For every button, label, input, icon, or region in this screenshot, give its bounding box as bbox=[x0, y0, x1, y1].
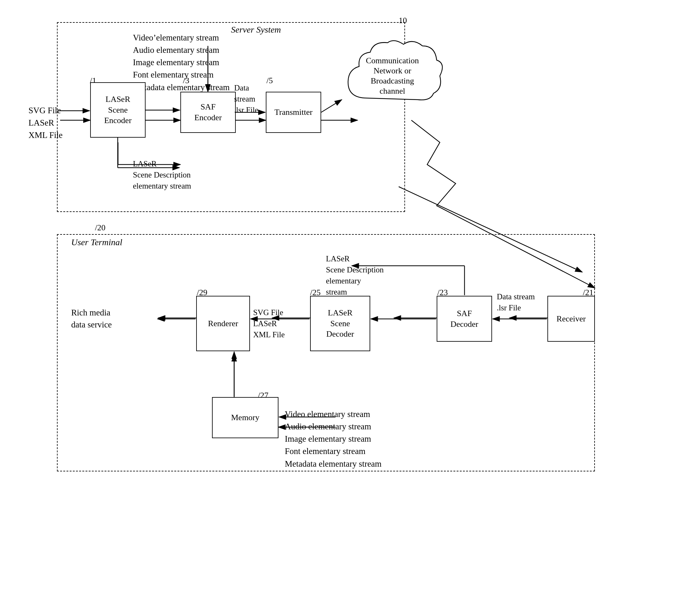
svg-text:channel: channel bbox=[380, 86, 405, 95]
svg-text:Communication: Communication bbox=[366, 56, 419, 65]
svg-text:Network or: Network or bbox=[373, 66, 411, 75]
saf-encoder-block: SAFEncoder bbox=[180, 92, 236, 133]
svg-text:Broadcasting: Broadcasting bbox=[371, 76, 414, 85]
data-stream-top-label: Datastream.lsr File bbox=[234, 82, 258, 116]
data-stream-bottom-label: Data stream.lsr File bbox=[497, 291, 535, 313]
cloud-container: Communication Network or Broadcasting ch… bbox=[342, 35, 443, 125]
server-streams-label: Video’elementary stream Audio elementary… bbox=[133, 32, 230, 94]
laser-scene-decoder-block: LASeRSceneDecoder bbox=[310, 296, 370, 351]
input-label: SVG FileLASeRXML File bbox=[28, 105, 63, 141]
receiver-block: Receiver bbox=[547, 296, 595, 342]
user-terminal-label: User Terminal bbox=[71, 237, 122, 247]
svg-file-out-label: SVG FileLASeRXML File bbox=[253, 307, 285, 340]
saf-decoder-block: SAFDecoder bbox=[437, 296, 492, 342]
server-system-label: Server System bbox=[231, 25, 281, 35]
memory-block: Memory bbox=[212, 397, 279, 438]
ref-20: /20 bbox=[95, 223, 105, 233]
rich-media-label: Rich mediadata service bbox=[71, 307, 112, 331]
laser-scene-desc-bottom-label: LASeRScene Descriptionelementarystream bbox=[326, 253, 384, 297]
bottom-streams-label: Video elementary stream Audio elementary… bbox=[285, 408, 381, 470]
ref-5: /5 bbox=[266, 76, 273, 85]
transmitter-block: Transmitter bbox=[266, 92, 321, 133]
laser-scene-desc-top-label: LASeRScene Descriptionelementary stream bbox=[133, 158, 191, 192]
laser-scene-encoder-block: LASeRSceneEncoder bbox=[90, 82, 146, 138]
renderer-block: Renderer bbox=[196, 296, 250, 351]
